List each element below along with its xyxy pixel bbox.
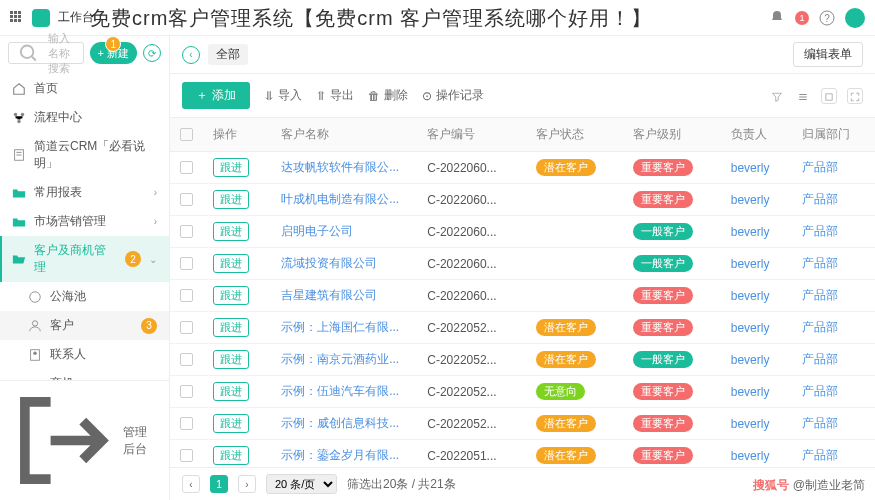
help-icon[interactable]: ? [819,10,835,26]
column-header[interactable]: 客户编号 [417,118,526,152]
sidebar-item-简道云CRM「必看说明」[interactable]: 简道云CRM「必看说明」 [0,132,169,178]
row-checkbox[interactable] [180,225,193,238]
tab-all[interactable]: 全部 [208,44,248,65]
row-checkbox[interactable] [180,289,193,302]
select-all-checkbox[interactable] [180,128,193,141]
notification-icon[interactable] [769,10,785,26]
owner-link[interactable]: beverly [721,280,792,312]
owner-link[interactable]: beverly [721,184,792,216]
owner-link[interactable]: beverly [721,312,792,344]
column-header[interactable]: 操作 [203,118,271,152]
follow-button[interactable]: 跟进 [213,446,249,465]
customer-name[interactable]: 示例：伍迪汽车有限... [271,376,417,408]
owner-link[interactable]: beverly [721,152,792,184]
follow-button[interactable]: 跟进 [213,190,249,209]
sidebar-item-市场营销管理[interactable]: 市场营销管理› [0,207,169,236]
follow-button[interactable]: 跟进 [213,382,249,401]
prev-page[interactable]: ‹ [182,475,200,493]
workspace-label[interactable]: 工作台 [58,9,94,26]
row-checkbox[interactable] [180,321,193,334]
column-header[interactable]: 归属部门 [792,118,875,152]
sidebar-item-首页[interactable]: 首页 [0,74,169,103]
owner-link[interactable]: beverly [721,248,792,280]
dept-link[interactable]: 产品部 [792,216,875,248]
log-button[interactable]: ⊙ 操作记录 [422,87,484,104]
row-checkbox[interactable] [180,257,193,270]
sidebar-item-流程中心[interactable]: 流程中心 [0,103,169,132]
customer-name[interactable]: 启明电子公司 [271,216,417,248]
dept-link[interactable]: 产品部 [792,408,875,440]
sidebar-item-客户[interactable]: 客户3 [0,311,169,340]
table-row: 跟进达攻帆软软件有限公...C-2022060...潜在客户重要客户beverl… [170,152,875,184]
search-input[interactable]: 输入名称搜索 [8,42,84,64]
follow-button[interactable]: 跟进 [213,158,249,177]
follow-button[interactable]: 跟进 [213,254,249,273]
dept-link[interactable]: 产品部 [792,184,875,216]
column-header[interactable]: 负责人 [721,118,792,152]
filter-icon[interactable] [769,88,785,104]
sidebar-item-公海池[interactable]: 公海池 [0,282,169,311]
customer-name[interactable]: 流域投资有限公司 [271,248,417,280]
owner-link[interactable]: beverly [721,440,792,468]
follow-button[interactable]: 跟进 [213,350,249,369]
customer-name[interactable]: 吉星建筑有限公司 [271,280,417,312]
share-icon[interactable] [821,88,837,104]
customer-name[interactable]: 示例：上海国仁有限... [271,312,417,344]
back-icon[interactable]: ‹ [182,46,200,64]
step-badge: 2 [125,251,141,267]
follow-button[interactable]: 跟进 [213,318,249,337]
next-page[interactable]: › [238,475,256,493]
follow-button[interactable]: 跟进 [213,414,249,433]
column-header[interactable]: 客户状态 [526,118,623,152]
dept-link[interactable]: 产品部 [792,152,875,184]
owner-link[interactable]: beverly [721,376,792,408]
user-avatar[interactable] [845,8,865,28]
row-checkbox[interactable] [180,161,193,174]
customer-name[interactable]: 示例：鎏金岁月有限... [271,440,417,468]
row-checkbox[interactable] [180,385,193,398]
adjust-icon[interactable] [795,88,811,104]
refresh-icon[interactable]: ⟳ [143,44,161,62]
page-1[interactable]: 1 [210,475,228,493]
dept-link[interactable]: 产品部 [792,248,875,280]
row-checkbox[interactable] [180,449,193,462]
sidebar-item-联系人[interactable]: 联系人 [0,340,169,369]
customer-name[interactable]: 示例：威创信息科技... [271,408,417,440]
admin-link[interactable]: 管理后台 [0,380,169,500]
import-button[interactable]: ⥥ 导入 [264,87,302,104]
customer-name[interactable]: 叶成机电制造有限公... [271,184,417,216]
page-size-select[interactable]: 20 条/页 [266,474,337,494]
customer-table: 操作客户名称客户编号客户状态客户级别负责人归属部门 跟进达攻帆软软件有限公...… [170,118,875,467]
owner-link[interactable]: beverly [721,408,792,440]
fullscreen-icon[interactable] [847,88,863,104]
sidebar-item-客户及商机管理[interactable]: 客户及商机管理2⌄ [0,236,169,282]
owner-link[interactable]: beverly [721,344,792,376]
dept-link[interactable]: 产品部 [792,440,875,468]
export-button[interactable]: ⥣ 导出 [316,87,354,104]
row-checkbox[interactable] [180,193,193,206]
new-button[interactable]: + 新建 1 [90,42,137,64]
follow-button[interactable]: 跟进 [213,286,249,305]
dept-link[interactable]: 产品部 [792,312,875,344]
row-checkbox[interactable] [180,417,193,430]
pool-icon [28,290,42,304]
customer-name[interactable]: 达攻帆软软件有限公... [271,152,417,184]
sidebar-item-常用报表[interactable]: 常用报表› [0,178,169,207]
owner-link[interactable]: beverly [721,216,792,248]
add-button[interactable]: ＋添加 [182,82,250,109]
customer-code: C-2022052... [417,312,526,344]
dept-link[interactable]: 产品部 [792,376,875,408]
customer-name[interactable]: 示例：南京元酒药业... [271,344,417,376]
apps-grid-icon[interactable] [10,11,24,25]
svg-point-6 [17,119,21,123]
column-header[interactable]: 客户名称 [271,118,417,152]
follow-button[interactable]: 跟进 [213,222,249,241]
delete-button[interactable]: 🗑 删除 [368,87,408,104]
column-header[interactable]: 客户级别 [623,118,720,152]
dept-link[interactable]: 产品部 [792,344,875,376]
edit-form-button[interactable]: 编辑表单 [793,42,863,67]
row-checkbox[interactable] [180,353,193,366]
status-badge: 潜在客户 [536,159,596,176]
sidebar-item-商机[interactable]: 商机 [0,369,169,380]
dept-link[interactable]: 产品部 [792,280,875,312]
